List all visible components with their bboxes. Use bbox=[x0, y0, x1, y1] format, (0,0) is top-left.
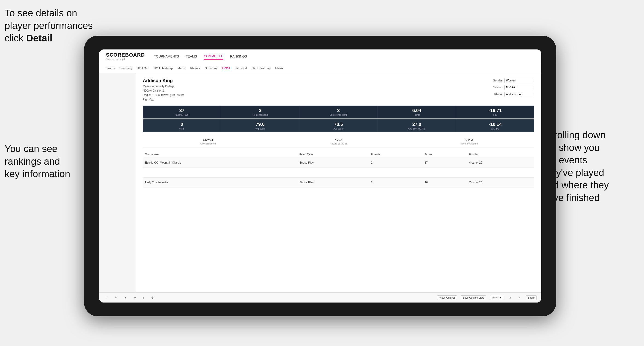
zoom-fit-button[interactable]: ⊞ bbox=[122, 295, 128, 300]
records-row: 91-20-1 Overall Record 1-5-0 Record vs t… bbox=[143, 136, 534, 148]
sub-nav-matrix2[interactable]: Matrix bbox=[275, 65, 283, 71]
player-label: Player bbox=[490, 93, 502, 96]
row2-event-type bbox=[297, 168, 369, 177]
sub-nav-h2h-heatmap2[interactable]: H2H Heatmap bbox=[252, 65, 270, 71]
zoom-in-button[interactable]: ⊕ bbox=[132, 295, 138, 300]
stat-points: 6.04 Points bbox=[378, 106, 456, 119]
view-original-button[interactable]: View: Original bbox=[437, 295, 457, 300]
logo-area: SCOREBOARD Powered by clippd bbox=[106, 52, 145, 60]
screen-button[interactable]: ⊡ bbox=[507, 295, 513, 300]
stat-points-value: 6.04 bbox=[381, 108, 452, 113]
division-label: Division bbox=[490, 86, 502, 89]
annotation-bold: Detail bbox=[26, 33, 52, 43]
share-button[interactable]: Share bbox=[526, 295, 537, 300]
undo-button[interactable]: ↺ bbox=[104, 295, 110, 300]
sub-nav-summary[interactable]: Summary bbox=[119, 65, 132, 71]
gender-label: Gender bbox=[490, 79, 502, 82]
row2-score bbox=[422, 168, 467, 177]
record-top50: 5-11-1 Record vs top 50 bbox=[404, 139, 534, 145]
stat-adj-score: 78.5 Adj Score bbox=[300, 119, 378, 132]
table-row-empty bbox=[143, 168, 534, 177]
record-overall: 91-20-1 Overall Record bbox=[143, 139, 274, 145]
stat-avg-sg-value: -10.14 bbox=[459, 122, 531, 127]
stat-wins-value: 0 bbox=[146, 122, 218, 127]
stat-conference-rank-label: Conference Rank bbox=[303, 114, 374, 116]
stat-avg-score-value: 79.6 bbox=[224, 122, 296, 127]
record-top50-value: 5-11-1 bbox=[404, 139, 534, 142]
annotation-top-left: To see details on player performances cl… bbox=[4, 7, 101, 45]
row1-score: 17 bbox=[422, 158, 467, 168]
left-sidebar bbox=[99, 73, 136, 292]
save-custom-button[interactable]: Save Custom View bbox=[461, 295, 486, 300]
sub-nav-matrix[interactable]: Matrix bbox=[177, 65, 186, 71]
player-controls: Gender Women Division NJCAA I bbox=[490, 78, 534, 97]
row1-position: 4 out of 20 bbox=[467, 158, 534, 168]
stat-avg-sg: -10.14 Avg SG bbox=[456, 119, 534, 132]
row2-tournament bbox=[143, 168, 297, 177]
sub-nav: Teams Summary H2H Grid H2H Heatmap Matri… bbox=[99, 63, 541, 73]
stats-row-2: 0 Wins 79.6 Avg Score 78.5 Adj Score 27.… bbox=[143, 119, 534, 132]
logo-text: SCOREBOARD bbox=[106, 52, 145, 58]
player-control: Player Addison King bbox=[490, 92, 534, 97]
nav-items: TOURNAMENTS TEAMS COMMITTEE RANKINGS bbox=[154, 53, 247, 60]
stat-adj-score-label: Adj Score bbox=[303, 128, 374, 130]
separator-button: | bbox=[142, 295, 146, 300]
stat-sos-label: SoS bbox=[459, 114, 531, 116]
tournament-table: Tournament Event Type Rounds Score Posit… bbox=[143, 151, 534, 187]
player-info: Addison King Mesa Community College NJCA… bbox=[143, 78, 184, 102]
sub-nav-h2h-heatmap[interactable]: H2H Heatmap bbox=[154, 65, 173, 71]
col-score: Score bbox=[422, 151, 467, 158]
col-event-type: Event Type bbox=[297, 151, 369, 158]
stat-national-rank: 37 National Rank bbox=[143, 106, 221, 119]
col-rounds: Rounds bbox=[369, 151, 422, 158]
sub-nav-players[interactable]: Players bbox=[190, 65, 200, 71]
logo-sub: Powered by clippd bbox=[106, 58, 145, 60]
row3-score: 16 bbox=[422, 177, 467, 187]
division-control: Division NJCAA I bbox=[490, 85, 534, 90]
expand-button[interactable]: ⤢ bbox=[516, 295, 522, 300]
clock-button[interactable]: ⏱ bbox=[150, 295, 156, 300]
stat-avg-score-label: Avg Score bbox=[224, 128, 296, 130]
watch-button[interactable]: Watch ▾ bbox=[490, 295, 503, 300]
nav-committee[interactable]: COMMITTEE bbox=[204, 53, 223, 60]
redo-button[interactable]: ↻ bbox=[113, 295, 119, 300]
sub-nav-summary2[interactable]: Summary bbox=[205, 65, 218, 71]
nav-teams[interactable]: TEAMS bbox=[186, 53, 197, 59]
col-position: Position bbox=[467, 151, 534, 158]
row3-rounds: 2 bbox=[369, 177, 422, 187]
row2-rounds bbox=[369, 168, 422, 177]
stat-regional-rank: 3 Regional Rank bbox=[221, 106, 300, 119]
annotation-right: Scrolling downwill show youthe eventsthe… bbox=[543, 129, 640, 204]
annotation-text-2: You can seerankings andkey information bbox=[4, 143, 70, 179]
record-overall-value: 91-20-1 bbox=[143, 139, 274, 142]
player-select[interactable]: Addison King bbox=[504, 92, 534, 97]
sub-nav-h2h-grid[interactable]: H2H Grid bbox=[137, 65, 149, 71]
nav-tournaments[interactable]: TOURNAMENTS bbox=[154, 53, 179, 59]
stat-sos-value: -19.71 bbox=[459, 108, 531, 113]
record-overall-label: Overall Record bbox=[143, 142, 274, 145]
record-top50-label: Record vs top 50 bbox=[404, 142, 534, 145]
stat-regional-rank-value: 3 bbox=[224, 108, 296, 113]
nav-rankings[interactable]: RANKINGS bbox=[230, 53, 247, 59]
sub-nav-teams[interactable]: Teams bbox=[106, 65, 115, 71]
tablet-device: SCOREBOARD Powered by clippd TOURNAMENTS… bbox=[84, 36, 556, 316]
player-college: Mesa Community College bbox=[143, 85, 174, 88]
division-select[interactable]: NJCAA I bbox=[504, 85, 534, 90]
col-tournament: Tournament bbox=[143, 151, 297, 158]
record-top25: 1-5-0 Record vs top 25 bbox=[274, 139, 404, 145]
stat-avg-score: 79.6 Avg Score bbox=[221, 119, 300, 132]
stat-national-rank-value: 37 bbox=[146, 108, 218, 113]
stat-wins: 0 Wins bbox=[143, 119, 221, 132]
gender-control: Gender Women bbox=[490, 78, 534, 83]
annotation-bottom-left: You can seerankings andkey information bbox=[4, 143, 92, 180]
stat-avg-score-par-label: Avg Score to Par bbox=[381, 128, 452, 130]
stat-regional-rank-label: Regional Rank bbox=[224, 114, 296, 116]
nav-bar: SCOREBOARD Powered by clippd TOURNAMENTS… bbox=[99, 49, 541, 63]
gender-select[interactable]: Women bbox=[504, 78, 534, 83]
sub-nav-detail[interactable]: Detail bbox=[222, 65, 230, 71]
stat-points-label: Points bbox=[381, 114, 452, 116]
record-top25-value: 1-5-0 bbox=[274, 139, 404, 142]
bottom-toolbar: ↺ ↻ ⊞ ⊕ | ⏱ View: Original Save Custom V… bbox=[99, 292, 541, 303]
sub-nav-h2h-grid2[interactable]: H2H Grid bbox=[234, 65, 247, 71]
row3-tournament: Lady Coyote Invite bbox=[143, 177, 297, 187]
